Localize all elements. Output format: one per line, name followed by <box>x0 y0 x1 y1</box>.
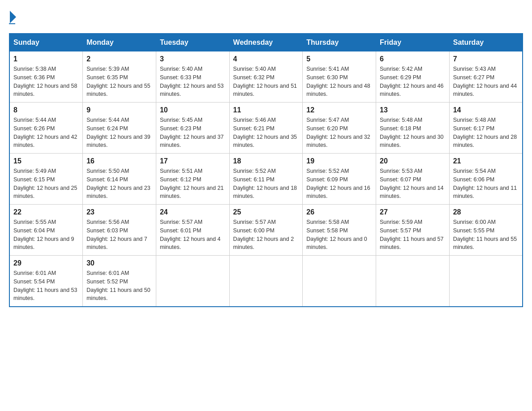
day-number: 20 <box>380 157 446 165</box>
day-number: 26 <box>306 208 372 216</box>
day-number: 25 <box>233 208 299 216</box>
calendar-week-row: 15 Sunrise: 5:49 AM Sunset: 6:15 PM Dayl… <box>9 154 523 205</box>
calendar-cell: 19 Sunrise: 5:52 AM Sunset: 6:09 PM Dayl… <box>303 154 376 205</box>
day-info: Sunrise: 5:44 AM Sunset: 6:26 PM Dayligh… <box>13 116 79 150</box>
calendar-cell: 30 Sunrise: 6:01 AM Sunset: 5:52 PM Dayl… <box>83 256 156 307</box>
calendar-cell: 3 Sunrise: 5:40 AM Sunset: 6:33 PM Dayli… <box>156 51 229 103</box>
day-info: Sunrise: 5:55 AM Sunset: 6:04 PM Dayligh… <box>13 218 79 252</box>
day-number: 21 <box>453 157 519 165</box>
day-number: 4 <box>233 55 299 63</box>
calendar-cell: 24 Sunrise: 5:57 AM Sunset: 6:01 PM Dayl… <box>156 205 229 256</box>
day-number: 14 <box>453 106 519 114</box>
calendar-week-row: 22 Sunrise: 5:55 AM Sunset: 6:04 PM Dayl… <box>9 205 523 256</box>
calendar-cell: 28 Sunrise: 6:00 AM Sunset: 5:55 PM Dayl… <box>449 205 523 256</box>
day-info: Sunrise: 5:57 AM Sunset: 6:01 PM Dayligh… <box>160 218 226 252</box>
day-info: Sunrise: 5:48 AM Sunset: 6:18 PM Dayligh… <box>380 116 446 150</box>
day-info: Sunrise: 5:54 AM Sunset: 6:06 PM Dayligh… <box>453 167 519 201</box>
calendar-cell: 29 Sunrise: 6:01 AM Sunset: 5:54 PM Dayl… <box>9 256 83 307</box>
day-number: 28 <box>453 208 519 216</box>
calendar-header-row: SundayMondayTuesdayWednesdayThursdayFrid… <box>9 34 523 51</box>
day-number: 11 <box>233 106 299 114</box>
calendar-cell: 14 Sunrise: 5:48 AM Sunset: 6:17 PM Dayl… <box>449 103 523 154</box>
calendar-cell: 16 Sunrise: 5:50 AM Sunset: 6:14 PM Dayl… <box>83 154 156 205</box>
day-info: Sunrise: 5:58 AM Sunset: 5:58 PM Dayligh… <box>306 218 372 252</box>
calendar-cell: 2 Sunrise: 5:39 AM Sunset: 6:35 PM Dayli… <box>83 51 156 103</box>
calendar-cell: 13 Sunrise: 5:48 AM Sunset: 6:18 PM Dayl… <box>376 103 450 154</box>
calendar-week-row: 29 Sunrise: 6:01 AM Sunset: 5:54 PM Dayl… <box>9 256 523 307</box>
day-number: 29 <box>13 259 79 267</box>
calendar-cell <box>303 256 376 307</box>
calendar-cell: 18 Sunrise: 5:52 AM Sunset: 6:11 PM Dayl… <box>229 154 303 205</box>
calendar-cell: 25 Sunrise: 5:57 AM Sunset: 6:00 PM Dayl… <box>229 205 303 256</box>
day-info: Sunrise: 5:53 AM Sunset: 6:07 PM Dayligh… <box>380 167 446 201</box>
day-number: 2 <box>86 55 152 63</box>
page-header <box>9 9 523 24</box>
day-number: 7 <box>453 55 519 63</box>
calendar-cell: 17 Sunrise: 5:51 AM Sunset: 6:12 PM Dayl… <box>156 154 229 205</box>
day-info: Sunrise: 5:39 AM Sunset: 6:35 PM Dayligh… <box>86 65 152 98</box>
day-number: 24 <box>160 208 226 216</box>
calendar-table: SundayMondayTuesdayWednesdayThursdayFrid… <box>9 33 523 307</box>
calendar-cell: 5 Sunrise: 5:41 AM Sunset: 6:30 PM Dayli… <box>303 51 376 103</box>
day-info: Sunrise: 5:52 AM Sunset: 6:11 PM Dayligh… <box>233 167 299 201</box>
day-number: 16 <box>86 157 152 165</box>
calendar-cell: 26 Sunrise: 5:58 AM Sunset: 5:58 PM Dayl… <box>303 205 376 256</box>
day-number: 23 <box>86 208 152 216</box>
day-info: Sunrise: 6:00 AM Sunset: 5:55 PM Dayligh… <box>453 218 519 252</box>
day-info: Sunrise: 5:40 AM Sunset: 6:33 PM Dayligh… <box>160 65 226 98</box>
weekday-header-wednesday: Wednesday <box>229 34 303 51</box>
day-info: Sunrise: 5:41 AM Sunset: 6:30 PM Dayligh… <box>306 65 372 98</box>
calendar-cell: 12 Sunrise: 5:47 AM Sunset: 6:20 PM Dayl… <box>303 103 376 154</box>
day-number: 8 <box>13 106 79 114</box>
weekday-header-sunday: Sunday <box>9 34 83 51</box>
day-info: Sunrise: 5:59 AM Sunset: 5:57 PM Dayligh… <box>380 218 446 252</box>
day-number: 22 <box>13 208 79 216</box>
day-number: 30 <box>86 259 152 267</box>
day-number: 3 <box>160 55 226 63</box>
calendar-cell: 9 Sunrise: 5:44 AM Sunset: 6:24 PM Dayli… <box>83 103 156 154</box>
calendar-week-row: 8 Sunrise: 5:44 AM Sunset: 6:26 PM Dayli… <box>9 103 523 154</box>
calendar-cell: 1 Sunrise: 5:38 AM Sunset: 6:36 PM Dayli… <box>9 51 83 103</box>
day-info: Sunrise: 5:50 AM Sunset: 6:14 PM Dayligh… <box>86 167 152 201</box>
weekday-header-tuesday: Tuesday <box>156 34 229 51</box>
day-info: Sunrise: 6:01 AM Sunset: 5:52 PM Dayligh… <box>86 269 152 303</box>
day-info: Sunrise: 5:48 AM Sunset: 6:17 PM Dayligh… <box>453 116 519 150</box>
weekday-header-thursday: Thursday <box>303 34 376 51</box>
calendar-cell <box>156 256 229 307</box>
calendar-cell: 21 Sunrise: 5:54 AM Sunset: 6:06 PM Dayl… <box>449 154 523 205</box>
day-info: Sunrise: 5:43 AM Sunset: 6:27 PM Dayligh… <box>453 65 519 98</box>
day-number: 18 <box>233 157 299 165</box>
day-number: 19 <box>306 157 372 165</box>
day-number: 27 <box>380 208 446 216</box>
day-number: 6 <box>380 55 446 63</box>
day-number: 1 <box>13 55 79 63</box>
day-info: Sunrise: 5:57 AM Sunset: 6:00 PM Dayligh… <box>233 218 299 252</box>
weekday-header-saturday: Saturday <box>449 34 523 51</box>
day-info: Sunrise: 5:47 AM Sunset: 6:20 PM Dayligh… <box>306 116 372 150</box>
day-number: 10 <box>160 106 226 114</box>
calendar-cell <box>229 256 303 307</box>
calendar-cell: 15 Sunrise: 5:49 AM Sunset: 6:15 PM Dayl… <box>9 154 83 205</box>
weekday-header-monday: Monday <box>83 34 156 51</box>
day-info: Sunrise: 5:46 AM Sunset: 6:21 PM Dayligh… <box>233 116 299 150</box>
day-number: 15 <box>13 157 79 165</box>
day-info: Sunrise: 5:42 AM Sunset: 6:29 PM Dayligh… <box>380 65 446 98</box>
day-info: Sunrise: 5:51 AM Sunset: 6:12 PM Dayligh… <box>160 167 226 201</box>
calendar-cell: 10 Sunrise: 5:45 AM Sunset: 6:23 PM Dayl… <box>156 103 229 154</box>
day-number: 5 <box>306 55 372 63</box>
day-number: 12 <box>306 106 372 114</box>
calendar-cell: 8 Sunrise: 5:44 AM Sunset: 6:26 PM Dayli… <box>9 103 83 154</box>
calendar-cell <box>376 256 450 307</box>
calendar-week-row: 1 Sunrise: 5:38 AM Sunset: 6:36 PM Dayli… <box>9 51 523 103</box>
day-info: Sunrise: 5:40 AM Sunset: 6:32 PM Dayligh… <box>233 65 299 98</box>
day-number: 13 <box>380 106 446 114</box>
logo <box>9 9 17 24</box>
calendar-cell: 22 Sunrise: 5:55 AM Sunset: 6:04 PM Dayl… <box>9 205 83 256</box>
calendar-cell <box>449 256 523 307</box>
calendar-cell: 7 Sunrise: 5:43 AM Sunset: 6:27 PM Dayli… <box>449 51 523 103</box>
day-number: 17 <box>160 157 226 165</box>
calendar-cell: 6 Sunrise: 5:42 AM Sunset: 6:29 PM Dayli… <box>376 51 450 103</box>
calendar-cell: 11 Sunrise: 5:46 AM Sunset: 6:21 PM Dayl… <box>229 103 303 154</box>
day-info: Sunrise: 5:38 AM Sunset: 6:36 PM Dayligh… <box>13 65 79 98</box>
day-info: Sunrise: 5:49 AM Sunset: 6:15 PM Dayligh… <box>13 167 79 201</box>
